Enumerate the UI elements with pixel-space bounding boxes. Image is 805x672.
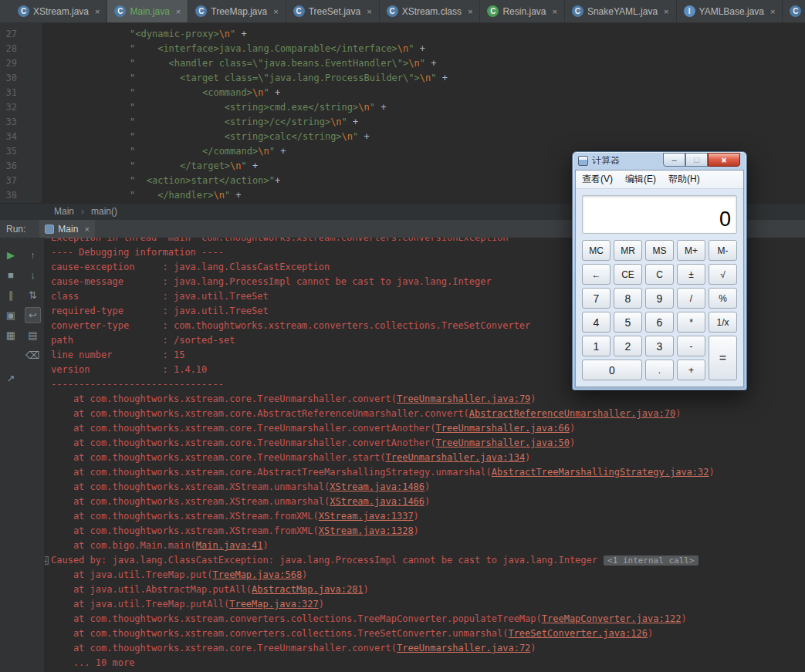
calculator-button[interactable]: 5 [614, 312, 642, 333]
calculator-button[interactable]: 6 [645, 312, 674, 333]
screenshot-icon[interactable]: ▣ [3, 307, 19, 323]
calculator-button[interactable]: 4 [582, 312, 611, 333]
tab-close-icon[interactable]: × [176, 7, 181, 16]
calculator-button[interactable]: 1 [582, 336, 611, 356]
down-stacktrace-icon[interactable]: ↓ [25, 267, 41, 283]
console-text: path : /sorted-set [51, 335, 235, 346]
stacktrace-link[interactable]: TreeUnmarshaller.java:134 [385, 452, 525, 463]
editor-tab[interactable]: C SnakeYAML.java × [565, 0, 677, 22]
stacktrace-link[interactable]: AbstractMap.java:281 [252, 584, 364, 595]
editor-tab[interactable]: C XStream.java × [11, 0, 107, 22]
pause-icon[interactable]: ∥ [3, 287, 19, 303]
maximize-button[interactable]: □ [685, 153, 708, 167]
console-text: converter-type : com.thoughtworks.xstrea… [51, 320, 530, 331]
calculator-button[interactable]: √ [709, 264, 737, 285]
calculator-button[interactable]: MC [582, 240, 611, 261]
calculator-button[interactable]: / [677, 288, 705, 309]
console-text: cause-exception : java.lang.ClassCastExc… [51, 262, 330, 272]
run-tab-close-icon[interactable]: × [84, 225, 89, 234]
stacktrace-link[interactable]: XStream.java:1486 [330, 481, 424, 492]
calculator-button[interactable]: = [709, 336, 737, 380]
calculator-button[interactable]: ← [582, 264, 611, 285]
calculator-window[interactable]: 计算器 – □ × 查看(V)编辑(E)帮助(H) 0 MCMRMSM+M-←C… [572, 151, 747, 390]
calculator-button[interactable]: - [677, 336, 705, 356]
calculator-button[interactable]: 1/x [709, 312, 737, 333]
tab-close-icon[interactable]: × [367, 7, 371, 16]
console-text: version : 1.4.10 [51, 364, 207, 375]
tab-close-icon[interactable]: × [95, 7, 100, 16]
stacktrace-link[interactable]: Main.java:41 [196, 540, 263, 551]
minimize-button[interactable]: – [663, 153, 685, 167]
calculator-button[interactable]: . [645, 360, 674, 380]
calculator-button[interactable]: 8 [614, 288, 642, 309]
editor-tab[interactable]: C Main.java × [107, 0, 188, 22]
breadcrumb-class[interactable]: Main [54, 206, 74, 217]
external-link-icon[interactable]: ↗ [3, 370, 19, 387]
stacktrace-link[interactable]: AbstractTreeMarshallingStrategy.java:32 [492, 467, 709, 478]
menu-item[interactable]: 查看(V) [582, 173, 613, 186]
calculator-button[interactable]: % [709, 288, 737, 309]
editor-tab[interactable]: C TreeMap.java × [188, 0, 286, 22]
editor-tab[interactable]: C TreeSet.java × [286, 0, 380, 22]
calculator-button[interactable]: 7 [582, 288, 611, 309]
tab-label: YAMLBase.java [699, 6, 765, 17]
calculator-button[interactable]: M+ [677, 240, 705, 261]
editor-tab[interactable]: C Ma [783, 0, 805, 22]
restore-layout-icon[interactable]: ▦ [3, 327, 19, 343]
tab-label: SnakeYAML.java [587, 6, 658, 17]
sort-icon[interactable]: ⇅ [25, 287, 41, 303]
stacktrace-link[interactable]: TreeMap.java:327 [229, 599, 319, 610]
stacktrace-link[interactable]: XStream.java:1337 [319, 511, 414, 522]
editor-tab[interactable]: C XStream.class × [380, 0, 481, 22]
menu-item[interactable]: 帮助(H) [668, 173, 700, 186]
calculator-button[interactable]: * [677, 312, 705, 333]
calculator-button[interactable]: 3 [645, 336, 674, 356]
console-text: at java.util.TreeMap.put( [51, 569, 213, 580]
soft-wrap-icon[interactable]: ↩ [25, 307, 41, 323]
calculator-button[interactable]: 9 [645, 288, 674, 309]
stacktrace-link[interactable]: XStream.java:1466 [330, 496, 424, 507]
calculator-button[interactable]: M- [709, 240, 737, 261]
stacktrace-link[interactable]: TreeMapConverter.java:122 [542, 613, 682, 624]
calculator-button[interactable]: MS [645, 240, 674, 261]
stacktrace-link[interactable]: TreeUnmarshaller.java:66 [436, 423, 570, 434]
console-text: Caused by: java.lang.ClassCastException:… [51, 555, 597, 566]
calculator-button[interactable]: + [677, 360, 705, 380]
run-tab-main[interactable]: Main × [39, 220, 94, 238]
file-type-icon: C [195, 5, 207, 17]
calculator-titlebar[interactable]: 计算器 – □ × [575, 152, 744, 170]
tab-close-icon[interactable]: × [273, 7, 278, 16]
editor-tab[interactable]: C Resin.java × [480, 0, 564, 22]
stacktrace-link[interactable]: TreeUnmarshaller.java:72 [397, 643, 530, 653]
stacktrace-link[interactable]: XStream.java:1328 [319, 525, 414, 536]
stacktrace-link[interactable]: TreeSetConverter.java:126 [508, 628, 648, 639]
calculator-button[interactable]: 2 [614, 336, 642, 356]
stacktrace-link[interactable]: TreeMap.java:568 [213, 569, 303, 580]
calculator-button[interactable]: 0 [582, 360, 642, 380]
calculator-button[interactable]: ± [677, 264, 705, 285]
console-line: at com.bigo.Main.main(Main.java:41) [51, 539, 805, 553]
tab-close-icon[interactable]: × [664, 7, 668, 16]
tab-close-icon[interactable]: × [468, 7, 472, 16]
calculator-button[interactable]: MR [614, 240, 642, 261]
stop-icon[interactable]: ■ [3, 267, 19, 283]
rerun-icon[interactable]: ▶ [3, 247, 19, 263]
menu-item[interactable]: 编辑(E) [625, 173, 656, 186]
console-line: at com.thoughtworks.xstream.XStream.from… [51, 524, 805, 539]
stacktrace-link[interactable]: AbstractReferenceUnmarshaller.java:70 [469, 408, 675, 419]
close-button[interactable]: × [708, 153, 740, 167]
print-icon[interactable]: ▤ [25, 327, 41, 343]
calculator-button[interactable]: CE [614, 264, 642, 285]
up-stacktrace-icon[interactable]: ↑ [25, 247, 41, 263]
stacktrace-link[interactable]: TreeUnmarshaller.java:79 [397, 393, 530, 404]
tab-label: XStream.class [402, 6, 462, 17]
tab-close-icon[interactable]: × [770, 7, 775, 16]
tab-close-icon[interactable]: × [552, 7, 556, 16]
calculator-button[interactable]: C [645, 264, 674, 285]
clear-all-icon[interactable]: ⌫ [25, 347, 41, 363]
tab-label: XStream.java [33, 6, 89, 17]
fold-expand-icon[interactable]: + [45, 556, 49, 565]
breadcrumb-method[interactable]: main() [91, 206, 117, 217]
stacktrace-link[interactable]: TreeUnmarshaller.java:50 [436, 437, 570, 448]
editor-tab[interactable]: I YAMLBase.java × [677, 0, 783, 22]
